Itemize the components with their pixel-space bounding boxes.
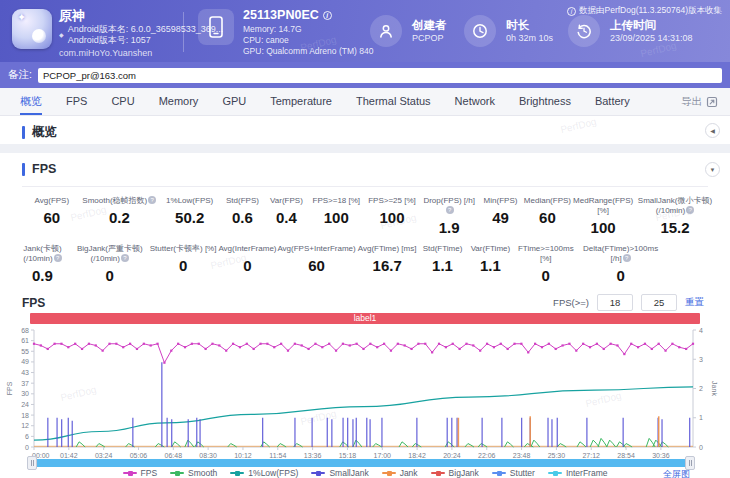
stat-label: Var(FPS) — [270, 196, 303, 206]
legend-item-smalljank[interactable]: SmallJank — [311, 468, 368, 478]
svg-text:06:48: 06:48 — [165, 452, 183, 459]
chart-label-band: label1 — [30, 313, 700, 324]
legend-item-bigjank[interactable]: BigJank — [431, 468, 479, 478]
stat-label: Stutter(卡顿率) [%] — [150, 244, 217, 254]
help-icon[interactable]: ? — [623, 254, 631, 262]
legend-item-stutter[interactable]: Stutter — [492, 468, 535, 478]
stat-value: 0 — [179, 257, 187, 274]
legend-item-interframe[interactable]: InterFrame — [548, 468, 608, 478]
help-icon[interactable]: ? — [148, 196, 156, 204]
chart-zoom-slider[interactable] — [30, 459, 692, 467]
legend-label: BigJank — [449, 468, 479, 478]
stat-value: 0.2 — [109, 209, 130, 226]
stat-drop-fps-h-: Drop(FPS) [/h]?1.9 — [420, 196, 479, 236]
stat-label: Delta(FTime)>100ms [/h]? — [577, 244, 664, 264]
stat-label: Avg(InterFrame) — [218, 244, 276, 254]
divider — [22, 186, 708, 187]
section-accent-bar — [22, 126, 25, 139]
stat-value: 0 — [243, 257, 251, 274]
stat-value: 50.2 — [175, 209, 204, 226]
stat-value: 0.6 — [232, 209, 253, 226]
stat-value: 15.2 — [660, 219, 689, 236]
help-icon[interactable]: ? — [446, 206, 454, 214]
fps-threshold-input-2[interactable] — [641, 294, 677, 311]
stat-value: 1.9 — [439, 219, 460, 236]
overview-title: 概览 — [32, 124, 57, 141]
fullscreen-link[interactable]: 全屏图 — [663, 468, 690, 478]
stat-smalljank-10min-: SmallJank(微小卡顿) (/10min)?15.2 — [634, 196, 716, 236]
stat-label: Avg(FTime) [ms] — [358, 244, 417, 254]
fps-panel-title: FPS — [32, 162, 56, 176]
svg-text:6: 6 — [25, 433, 29, 440]
creator-value: PCPOP — [412, 32, 447, 45]
legend-item-jank[interactable]: Jank — [382, 468, 418, 478]
export-button[interactable]: 导出 — [681, 95, 722, 109]
stat-value: 16.7 — [373, 257, 402, 274]
svg-text:10:12: 10:12 — [234, 452, 252, 459]
legend-label: Stutter — [510, 468, 535, 478]
perfdog-report-page: i 数据由PerfDog(11.3.250764)版本收集 原神 ◆ Andro… — [0, 0, 730, 478]
legend-marker — [170, 472, 184, 474]
fps-threshold-input-1[interactable] — [597, 294, 633, 311]
legend-marker — [548, 472, 562, 474]
remark-input[interactable] — [38, 68, 722, 83]
export-icon — [706, 96, 718, 108]
fps-stats-row-1: Avg(FPS)60Smooth(稳帧指数)?0.21%Low(FPS)50.2… — [24, 196, 716, 236]
duration-label: 时长 — [506, 18, 553, 32]
stat-label: BigJank(严重卡顿) (/10min)? — [71, 244, 149, 264]
stat-std-fps-: Std(FPS)0.6 — [220, 196, 264, 236]
svg-text:15:18: 15:18 — [339, 452, 357, 459]
tab-fps[interactable]: FPS — [54, 88, 99, 115]
upload-time-block: 上传时间 23/09/2025 14:31:08 — [568, 15, 693, 47]
svg-text:01:42: 01:42 — [60, 452, 78, 459]
tab-temperature[interactable]: Temperature — [258, 88, 344, 115]
stat-label: Median(FPS) — [524, 196, 571, 206]
fps-collapse-button[interactable]: ▼ — [705, 162, 720, 177]
tab-battery[interactable]: Battery — [583, 88, 642, 115]
device-gpu: GPU: Qualcomm Adreno (TM) 840 — [243, 46, 373, 57]
stat-1%low-fps-: 1%Low(FPS)50.2 — [159, 196, 221, 236]
fps-chart[interactable]: 686155494337302418126043210FPSJank00:000… — [0, 326, 730, 460]
reset-link[interactable]: 重置 — [685, 296, 704, 309]
stat-avg-interframe-: Avg(InterFrame)0 — [218, 244, 278, 284]
stat-jank-10min-: Jank(卡顿) (/10min)?0.9 — [14, 244, 71, 284]
tab-brightness[interactable]: Brightness — [507, 88, 583, 115]
tab-memory[interactable]: Memory — [147, 88, 211, 115]
legend-label: 1%Low(FPS) — [248, 468, 298, 478]
tab-thermal-status[interactable]: Thermal Status — [344, 88, 443, 115]
device-memory: Memory: 14.7G — [243, 24, 373, 35]
stat-value: 0 — [616, 267, 624, 284]
stat-var-fps-: Var(FPS)0.4 — [264, 196, 308, 236]
duration-block: 时长 0h 32m 10s — [464, 15, 553, 47]
legend-item-fps[interactable]: FPS — [123, 468, 158, 478]
legend-item-smooth[interactable]: Smooth — [170, 468, 217, 478]
fps-chart-title: FPS — [22, 296, 45, 310]
legend-marker — [492, 472, 506, 474]
tab-network[interactable]: Network — [443, 88, 507, 115]
help-icon[interactable]: ? — [54, 254, 62, 262]
svg-text:61: 61 — [21, 337, 29, 344]
stat-fps>=25-%-: FPS>=25 [%]100 — [364, 196, 420, 236]
legend-item-1-low-fps-[interactable]: 1%Low(FPS) — [230, 468, 298, 478]
legend-label: FPS — [141, 468, 158, 478]
tab-gpu[interactable]: GPU — [210, 88, 258, 115]
help-icon[interactable]: ? — [686, 206, 694, 214]
stat-median-fps-: Median(FPS)60 — [523, 196, 573, 236]
overview-collapse-button[interactable]: ◀ — [705, 123, 720, 138]
stat-value: 100 — [591, 219, 616, 236]
device-name: 25113PN0EC — [243, 9, 319, 22]
clock-icon — [464, 15, 496, 47]
svg-text:12: 12 — [21, 422, 29, 429]
tab-cpu[interactable]: CPU — [99, 88, 146, 115]
tab-概览[interactable]: 概览 — [8, 88, 54, 115]
stat-label: Min(FPS) — [484, 196, 518, 206]
stat-label: FTime>=100ms [%] — [514, 244, 577, 264]
stat-value: 60 — [44, 209, 61, 226]
device-info-icon[interactable]: i — [323, 11, 332, 20]
svg-text:49: 49 — [21, 358, 29, 365]
stat-avg-fps-: Avg(FPS)60 — [24, 196, 80, 236]
stat-ftime>=100ms-%-: FTime>=100ms [%]0 — [514, 244, 577, 284]
help-icon[interactable]: ? — [121, 254, 129, 262]
svg-text:25:30: 25:30 — [548, 452, 566, 459]
svg-text:68: 68 — [21, 327, 29, 334]
